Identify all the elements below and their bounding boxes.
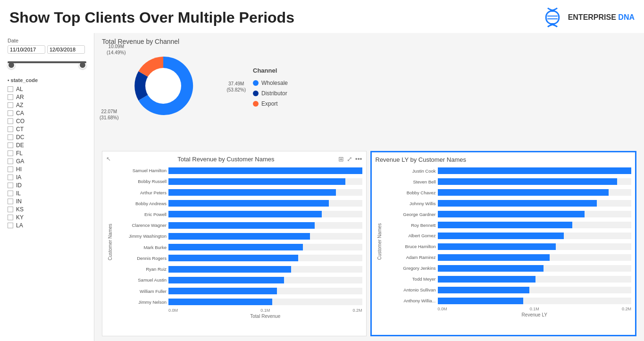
state-text: ID	[16, 182, 22, 189]
date-start-input[interactable]	[8, 45, 45, 54]
date-slider[interactable]	[8, 57, 86, 70]
bar-fill	[168, 277, 284, 283]
bar-label: Bobby Chavez	[384, 190, 436, 195]
table-row: Dennis Rogers	[115, 255, 362, 261]
bar-fill	[168, 266, 291, 273]
bar-container	[168, 255, 362, 261]
state-checkbox[interactable]	[8, 191, 13, 196]
date-end-input[interactable]	[47, 45, 85, 54]
more-icon[interactable]: •••	[355, 155, 362, 163]
date-label: Date	[8, 38, 86, 43]
state-checkbox[interactable]	[8, 175, 13, 180]
legend-distributor: Distributor	[253, 90, 288, 97]
state-checkbox[interactable]	[8, 142, 13, 148]
state-checkbox[interactable]	[8, 86, 13, 92]
bar-container	[438, 211, 632, 217]
expand-icon[interactable]: ⤢	[347, 155, 352, 163]
bar-label: Dennis Rogers	[115, 256, 167, 261]
state-checkbox[interactable]	[8, 126, 13, 132]
bar-fill	[438, 233, 564, 239]
bar-label: Eric Powell	[115, 212, 167, 217]
filter-icon[interactable]: ⊞	[338, 155, 344, 163]
donut-container: 10.09M(14.49%) 22.07M(31.68%) 37.49M(53.…	[125, 48, 201, 125]
table-row: Roy Bennett	[384, 222, 632, 228]
bar-container	[168, 178, 362, 185]
table-row: Jimmy Washington	[115, 233, 362, 240]
logo-text: ENTERPRISE DNA	[568, 13, 635, 22]
total-revenue-y-label: Customer Names	[106, 166, 114, 319]
bar-container	[168, 233, 362, 240]
bar-label: Antonio Sullivan	[384, 287, 436, 292]
content-area: Total Revenue by Channel 10.09M(14.49%) …	[94, 33, 644, 341]
state-item: DC	[8, 134, 86, 141]
state-checkbox[interactable]	[8, 183, 13, 188]
state-checkbox[interactable]	[8, 102, 13, 108]
bar-container	[168, 189, 362, 196]
bar-fill	[168, 233, 310, 240]
bar-container	[438, 287, 632, 293]
revenue-ly-y-label: Customer Names	[376, 166, 383, 317]
chart-icons: ⊞ ⤢ •••	[338, 155, 362, 163]
table-row: Ryan Ruiz	[115, 266, 362, 273]
bar-fill	[438, 254, 550, 261]
state-item: CT	[8, 126, 86, 133]
bar-fill	[438, 265, 544, 272]
revenue-ly-bars-wrapper: Justin Cook Steven Bell Bobby Chavez Joh…	[384, 166, 632, 317]
state-text: DC	[16, 134, 24, 141]
bar-container	[168, 288, 362, 294]
table-row: Bobby Russell	[115, 178, 362, 185]
bar-label: George Gardner	[384, 212, 436, 217]
bar-fill	[168, 178, 345, 185]
state-checkbox[interactable]	[8, 215, 13, 220]
state-text: IL	[16, 190, 21, 197]
state-item: AR	[8, 94, 86, 100]
date-section: Date	[8, 38, 86, 70]
table-row: Antonio Sullivan	[384, 287, 632, 293]
state-checkbox[interactable]	[8, 110, 13, 116]
bar-label: Samuel Austin	[115, 277, 167, 283]
state-text: GA	[16, 158, 24, 165]
header: Show Top Clients Over Multiple Periods E…	[0, 0, 644, 33]
state-checkbox[interactable]	[8, 118, 13, 124]
bar-label: Jimmy Nelson	[115, 299, 167, 305]
state-item: FL	[8, 150, 86, 157]
bar-fill	[438, 222, 572, 228]
state-item: CA	[8, 110, 86, 116]
state-checkbox[interactable]	[8, 223, 13, 228]
bar-label: Justin Cook	[384, 168, 436, 174]
bar-fill	[168, 211, 322, 217]
bar-label: Adam Ramirez	[384, 255, 436, 260]
bar-fill	[438, 167, 632, 174]
bar-label: Bobby Andrews	[115, 201, 167, 206]
bar-label: William Fuller	[115, 289, 167, 294]
state-checkbox[interactable]	[8, 158, 13, 164]
top-row: Total Revenue by Channel 10.09M(14.49%) …	[102, 38, 636, 146]
legend-title: Channel	[253, 67, 288, 74]
state-text: KS	[16, 206, 24, 213]
bottom-row: ↖ Total Revenue by Customer Names ⊞ ⤢ ••…	[102, 151, 636, 336]
table-row: Samuel Austin	[115, 277, 362, 283]
state-checkbox[interactable]	[8, 199, 13, 204]
state-checkbox[interactable]	[8, 166, 13, 172]
state-checkbox[interactable]	[8, 94, 13, 100]
table-row: Justin Cook	[384, 167, 632, 174]
state-checkbox[interactable]	[8, 207, 13, 212]
state-checkbox[interactable]	[8, 150, 13, 156]
state-checkbox[interactable]	[8, 134, 13, 140]
bar-container	[168, 244, 362, 250]
bar-container	[168, 200, 362, 207]
revenue-ly-title: Revenue LY by Customer Names	[376, 156, 466, 163]
table-row: George Gardner	[384, 211, 632, 217]
state-text: KY	[16, 214, 24, 221]
state-item: DE	[8, 142, 86, 149]
bar-fill	[168, 288, 277, 294]
export-label: 10.09M(14.49%)	[107, 43, 126, 56]
state-text: AR	[16, 94, 24, 100]
state-text: HI	[16, 166, 22, 173]
distributor-dot	[253, 91, 259, 96]
bar-container	[438, 167, 632, 174]
bar-container	[438, 265, 632, 272]
state-item: AL	[8, 86, 86, 92]
bar-fill	[168, 255, 298, 261]
state-item: ID	[8, 182, 86, 189]
